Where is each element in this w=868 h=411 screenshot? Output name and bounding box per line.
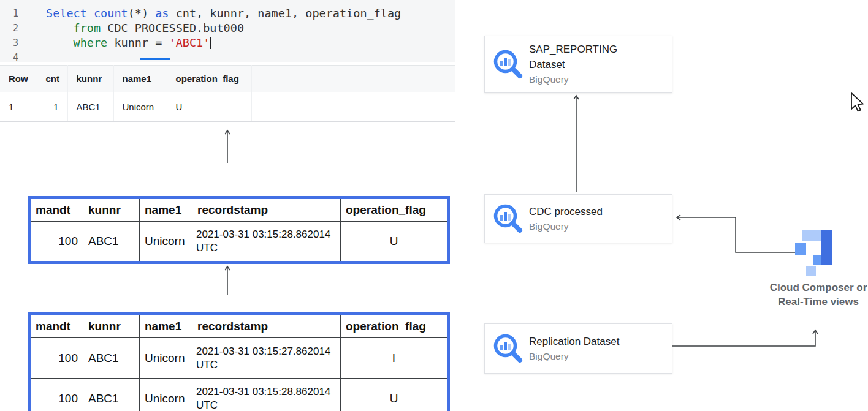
- cell-name1: Unicorn: [140, 222, 192, 263]
- sql-token: cnt, kunnr, name1, operation_flag: [169, 7, 402, 20]
- bigquery-icon: [492, 203, 524, 235]
- bigquery-icon: [492, 48, 524, 80]
- results-col-empty: [251, 66, 455, 92]
- query-results-table: Row cnt kunnr name1 operation_flag 1 1 A…: [0, 65, 455, 122]
- card-subtitle: BigQuery: [529, 219, 603, 234]
- card-cdc-processed: CDC processed BigQuery: [484, 194, 672, 243]
- mouse-cursor: [850, 92, 866, 114]
- cell-recordstamp: 2021-03-31 03:15:28.862014 UTC: [192, 379, 341, 411]
- sql-indent: [46, 21, 74, 34]
- header-name1: name1: [140, 314, 192, 338]
- cell-name1: Unicorn: [140, 338, 192, 379]
- sql-line-1: Select count(*) as cnt, kunnr, name1, op…: [46, 6, 401, 21]
- sql-token-as: as: [155, 7, 169, 20]
- sql-code: Select count(*) as cnt, kunnr, name1, op…: [46, 6, 401, 50]
- header-operation-flag: operation_flag: [341, 314, 449, 338]
- cloud-composer-icon: [795, 229, 838, 281]
- results-col-operation-flag: operation_flag: [167, 66, 251, 92]
- table-row: 100 ABC1 Unicorn 2021-03-31 03:15:28.862…: [29, 379, 449, 411]
- sql-token-select: Select: [46, 7, 94, 20]
- results-cell-row: 1: [0, 92, 37, 122]
- cell-kunnr: ABC1: [83, 222, 140, 263]
- cell-operation-flag: I: [341, 338, 449, 379]
- cell-operation-flag: U: [341, 222, 449, 263]
- cell-operation-flag: U: [341, 379, 449, 411]
- sql-token-string: 'ABC1': [169, 36, 210, 49]
- active-tab-indicator: [140, 58, 170, 60]
- results-cell-name1: Unicorn: [113, 92, 167, 122]
- sql-token-where: where: [74, 36, 108, 49]
- table-header-row: mandt kunnr name1 recordstamp operation_…: [29, 314, 449, 338]
- page: 1 2 3 4 Select count(*) as cnt, kunnr, n…: [0, 0, 868, 411]
- bigquery-icon: [492, 333, 524, 364]
- sql-editor[interactable]: 1 2 3 4 Select count(*) as cnt, kunnr, n…: [0, 0, 455, 62]
- cell-mandt: 100: [29, 222, 83, 263]
- header-kunnr: kunnr: [83, 314, 140, 338]
- sql-token-count: count: [94, 7, 128, 20]
- composer-label-line1: Cloud Composer or: [760, 281, 868, 295]
- sql-token: kunnr =: [107, 36, 169, 49]
- card-replication-dataset: Replication Dataset BigQuery: [484, 323, 672, 374]
- results-col-row: Row: [0, 66, 37, 92]
- line-number: 1: [0, 6, 18, 21]
- sql-token-from: from: [74, 21, 101, 34]
- cdc-processed-table: mandt kunnr name1 recordstamp operation_…: [28, 196, 450, 264]
- card-sap-reporting-dataset: SAP_REPORTING Dataset BigQuery: [484, 36, 672, 93]
- line-number: 4: [0, 50, 18, 65]
- composer-label-line2: Real-Time views: [760, 295, 868, 309]
- sql-token: (*): [128, 7, 156, 20]
- results-cell-kunnr: ABC1: [67, 92, 113, 122]
- card-title: CDC processed: [529, 204, 603, 219]
- cell-mandt: 100: [29, 338, 83, 379]
- header-mandt: mandt: [29, 314, 83, 338]
- cell-kunnr: ABC1: [83, 379, 140, 411]
- cell-recordstamp: 2021-03-31 03:15:27.862014 UTC: [192, 338, 341, 379]
- results-header-row: Row cnt kunnr name1 operation_flag: [0, 66, 455, 92]
- card-subtitle: BigQuery: [529, 349, 619, 364]
- results-cell-operation-flag: U: [167, 92, 251, 122]
- arrow-composer-to-cdc-card: [677, 217, 795, 252]
- sql-indent: [46, 36, 74, 49]
- card-title: SAP_REPORTING: [529, 42, 617, 57]
- cell-mandt: 100: [29, 379, 83, 411]
- results-col-kunnr: kunnr: [67, 66, 113, 92]
- text-cursor: [210, 37, 211, 49]
- header-operation-flag: operation_flag: [341, 198, 449, 222]
- sql-line-2: from CDC_PROCESSED.but000: [46, 21, 401, 36]
- sql-line-3: where kunnr = 'ABC1': [46, 36, 401, 50]
- header-kunnr: kunnr: [83, 198, 140, 222]
- cell-kunnr: ABC1: [83, 338, 140, 379]
- table-row: 100 ABC1 Unicorn 2021-03-31 03:15:27.862…: [29, 338, 449, 379]
- results-col-cnt: cnt: [37, 66, 67, 92]
- results-cell-cnt: 1: [37, 92, 67, 122]
- line-number-gutter: 1 2 3 4: [0, 6, 18, 65]
- replication-table: mandt kunnr name1 recordstamp operation_…: [28, 312, 450, 411]
- results-cell-empty: [251, 92, 455, 122]
- header-recordstamp: recordstamp: [192, 198, 341, 222]
- sql-token: CDC_PROCESSED.but000: [101, 21, 244, 34]
- table-row: 100 ABC1 Unicorn 2021-03-31 03:15:28.862…: [29, 222, 449, 263]
- line-number: 3: [0, 36, 18, 50]
- header-mandt: mandt: [29, 198, 83, 222]
- table-header-row: mandt kunnr name1 recordstamp operation_…: [29, 198, 449, 222]
- results-row: 1 1 ABC1 Unicorn U: [0, 92, 455, 122]
- card-subtitle: BigQuery: [529, 72, 617, 87]
- header-recordstamp: recordstamp: [192, 314, 341, 338]
- cell-name1: Unicorn: [140, 379, 192, 411]
- results-col-name1: name1: [113, 66, 167, 92]
- line-number: 2: [0, 21, 18, 36]
- card-title-line2: Dataset: [529, 57, 617, 72]
- header-name1: name1: [140, 198, 192, 222]
- cell-recordstamp: 2021-03-31 03:15:28.862014 UTC: [192, 222, 341, 263]
- arrow-replication-card-to-composer: [672, 330, 815, 346]
- composer-label: Cloud Composer or Real-Time views: [760, 281, 868, 309]
- card-title: Replication Dataset: [529, 334, 619, 349]
